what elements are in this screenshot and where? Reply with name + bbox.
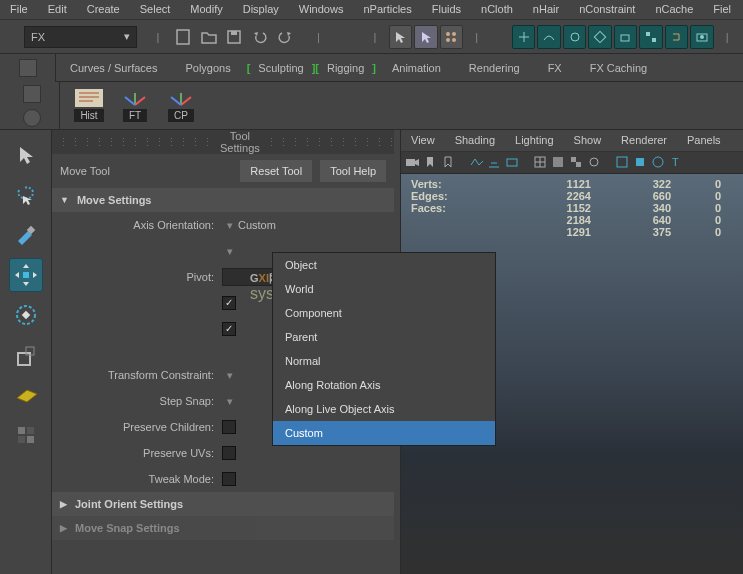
menu-file[interactable]: File [0, 0, 38, 19]
vp-menu-panels[interactable]: Panels [677, 130, 731, 151]
select-hierarchy-icon[interactable] [414, 25, 437, 49]
chevron-down-icon[interactable]: ▾ [222, 245, 238, 258]
vp-menu-view[interactable]: View [401, 130, 445, 151]
show-manip-button[interactable] [9, 418, 43, 452]
preserve-children-checkbox[interactable] [222, 420, 236, 434]
svg-rect-0 [177, 30, 189, 44]
vp-menu-renderer[interactable]: Renderer [611, 130, 677, 151]
xray-icon[interactable] [615, 155, 631, 171]
joint-orient-section-header[interactable]: ▶ Joint Orient Settings [52, 492, 394, 516]
shelf-tab-sculpting[interactable]: Sculpting [252, 56, 309, 80]
vp-menu-shading[interactable]: Shading [445, 130, 505, 151]
lasso-tool-button[interactable] [9, 178, 43, 212]
dropdown-item-object[interactable]: Object [273, 253, 495, 277]
chevron-down-icon[interactable]: ▾ [222, 219, 238, 232]
select-tool-button[interactable] [9, 138, 43, 172]
bookmark-icon[interactable] [423, 155, 439, 171]
checkbox-1[interactable] [222, 296, 236, 310]
checkbox-2[interactable] [222, 322, 236, 336]
shelf-tab-animation[interactable]: Animation [378, 56, 455, 80]
drag-dots-icon[interactable]: ⋮⋮⋮⋮⋮⋮⋮⋮⋮⋮⋮⋮⋮ [266, 136, 422, 149]
axis-orientation-value[interactable]: Custom [238, 219, 338, 231]
new-scene-icon[interactable] [172, 25, 195, 49]
plane-tool-button[interactable] [9, 378, 43, 412]
snap-toggle-icon[interactable] [665, 25, 688, 49]
open-scene-icon[interactable] [197, 25, 220, 49]
dropdown-item-normal[interactable]: Normal [273, 349, 495, 373]
lights-icon[interactable] [587, 155, 603, 171]
dropdown-item-along-live[interactable]: Along Live Object Axis [273, 397, 495, 421]
textured-icon[interactable] [569, 155, 585, 171]
menu-edit[interactable]: Edit [38, 0, 77, 19]
reset-tool-button[interactable]: Reset Tool [240, 160, 312, 182]
move-settings-section-header[interactable]: ▼ Move Settings [52, 188, 394, 212]
tool-help-button[interactable]: Tool Help [320, 160, 386, 182]
film-gate-icon[interactable] [505, 155, 521, 171]
dropdown-item-world[interactable]: World [273, 277, 495, 301]
chevron-down-icon[interactable]: ▾ [222, 395, 238, 408]
undo-icon[interactable] [248, 25, 271, 49]
rotate-tool-button[interactable] [9, 298, 43, 332]
scale-tool-button[interactable] [9, 338, 43, 372]
select-tool-icon[interactable] [389, 25, 412, 49]
dropdown-item-component[interactable]: Component [273, 301, 495, 325]
move-snap-section-header[interactable]: ▶ Move Snap Settings [52, 516, 394, 540]
dropdown-item-along-rotation[interactable]: Along Rotation Axis [273, 373, 495, 397]
snap-point-icon[interactable] [563, 25, 586, 49]
shelf-tab-fx[interactable]: FX [534, 56, 576, 80]
menu-display[interactable]: Display [233, 0, 289, 19]
save-scene-icon[interactable] [223, 25, 246, 49]
preserve-uvs-checkbox[interactable] [222, 446, 236, 460]
snap-projection-icon[interactable] [588, 25, 611, 49]
dropdown-item-custom[interactable]: Custom [273, 421, 495, 445]
snap-live-icon[interactable] [639, 25, 662, 49]
menu-create[interactable]: Create [77, 0, 130, 19]
snap-curve-icon[interactable] [537, 25, 560, 49]
menu-fluids[interactable]: Fluids [422, 0, 471, 19]
bookmark2-icon[interactable] [441, 155, 457, 171]
vp-menu-lighting[interactable]: Lighting [505, 130, 564, 151]
tweak-mode-checkbox[interactable] [222, 472, 236, 486]
shelf-tab-rendering[interactable]: Rendering [455, 56, 534, 80]
shaded-icon[interactable] [551, 155, 567, 171]
menu-nconstraint[interactable]: nConstraint [569, 0, 645, 19]
snap-grid-icon[interactable] [512, 25, 535, 49]
shelf-tab-fxcaching[interactable]: FX Caching [576, 56, 661, 80]
isolate-icon[interactable] [633, 155, 649, 171]
menu-field[interactable]: Fiel [703, 0, 741, 19]
camera-icon[interactable] [405, 155, 421, 171]
menu-windows[interactable]: Windows [289, 0, 354, 19]
menu-ncloth[interactable]: nCloth [471, 0, 523, 19]
select-component-icon[interactable] [440, 25, 463, 49]
redo-icon[interactable] [273, 25, 296, 49]
menu-ncache[interactable]: nCache [645, 0, 703, 19]
snap-view-icon[interactable] [651, 155, 667, 171]
menu-select[interactable]: Select [130, 0, 181, 19]
shelf-ft-button[interactable]: FT [114, 89, 156, 122]
dropdown-item-parent[interactable]: Parent [273, 325, 495, 349]
menu-nparticles[interactable]: nParticles [353, 0, 421, 19]
module-selector[interactable]: FX ▾ [24, 26, 137, 48]
image-plane-icon[interactable] [469, 155, 485, 171]
drag-dots-icon[interactable]: ⋮⋮⋮⋮⋮⋮⋮⋮⋮⋮⋮⋮⋮ [58, 136, 214, 149]
snap-plane-icon[interactable] [614, 25, 637, 49]
render-icon[interactable] [690, 25, 713, 49]
menu-modify[interactable]: Modify [180, 0, 232, 19]
wireframe-icon[interactable] [533, 155, 549, 171]
time-icon[interactable]: T [669, 155, 685, 171]
move-tool-button[interactable] [9, 258, 43, 292]
vp-menu-show[interactable]: Show [564, 130, 612, 151]
shelf-menu-icon[interactable] [23, 85, 41, 103]
shelf-cp-button[interactable]: CP [160, 89, 202, 122]
svg-rect-34 [507, 159, 517, 166]
menu-nhair[interactable]: nHair [523, 0, 569, 19]
shelf-gear-icon[interactable] [23, 109, 41, 127]
shelf-tab-polygons[interactable]: Polygons [171, 56, 244, 80]
shelf-tab-rigging[interactable]: Rigging [321, 56, 370, 80]
chevron-down-icon[interactable]: ▾ [222, 369, 238, 382]
shelf-tab-curves[interactable]: Curves / Surfaces [56, 56, 171, 80]
shelf-history-button[interactable]: Hist [68, 89, 110, 122]
shelf-up-icon[interactable] [19, 59, 37, 77]
grid-icon[interactable] [487, 155, 503, 171]
paint-select-tool-button[interactable] [9, 218, 43, 252]
